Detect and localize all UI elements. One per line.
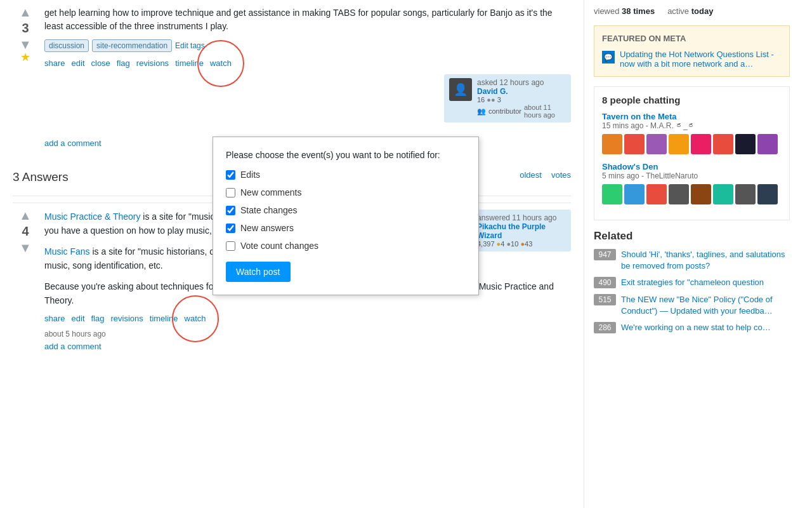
label-edits: Edits	[240, 170, 260, 180]
chat-avatar	[624, 134, 645, 154]
answer-edit-link[interactable]: edit	[72, 314, 85, 323]
chat-room-info-2: 5 mins ago - TheLittleNaruto	[602, 171, 782, 180]
timeline-link[interactable]: timeline	[175, 58, 204, 68]
question-text: get help learning how to improve techniq…	[44, 6, 571, 33]
question-user-name[interactable]: David G.	[477, 87, 566, 96]
answer-user-name[interactable]: Pikachu the Purple Wizard	[477, 222, 566, 240]
checkbox-edits[interactable]	[226, 170, 235, 180]
related-count-4: 286	[594, 322, 616, 333]
tag-discussion[interactable]: discussion	[44, 39, 89, 52]
checkbox-new-comments[interactable]	[226, 188, 235, 197]
active-value: today	[691, 6, 714, 16]
chat-room-name-2[interactable]: Shadow's Den	[602, 162, 782, 171]
answered-time: answered 11 hours ago	[477, 213, 566, 222]
featured-item: 💬 Updating the Hot Network Questions Lis…	[602, 50, 782, 69]
chat-room-tavern: Tavern on the Meta 15 mins ago - M.A.R. …	[602, 112, 782, 154]
modal-option-vote-count: Vote count changes	[226, 241, 466, 251]
chat-section: 8 people chatting Tavern on the Meta 15 …	[594, 86, 790, 220]
modal-option-new-comments: New comments	[226, 187, 466, 197]
featured-meta-box: FEATURED ON META 💬 Updating the Hot Netw…	[594, 25, 790, 77]
chat-avatar	[757, 134, 778, 154]
answer-share-link[interactable]: share	[44, 314, 65, 323]
downvote-button[interactable]: ▼	[16, 39, 35, 50]
music-fans-link[interactable]: Music Fans	[44, 246, 90, 257]
chat-avatar	[691, 184, 711, 204]
chat-avatar	[602, 134, 622, 154]
chat-room-shadow: Shadow's Den 5 mins ago - TheLittleNarut…	[602, 162, 782, 204]
label-vote-count: Vote count changes	[240, 241, 318, 251]
modal-option-edits: Edits	[226, 170, 466, 180]
chat-avatar	[735, 134, 756, 154]
add-comment-answer[interactable]: add a comment	[44, 338, 571, 354]
chat-avatar	[602, 184, 622, 204]
answer-watch-link[interactable]: watch	[185, 314, 206, 323]
sidebar-stats: viewed 38 times active today	[594, 6, 790, 16]
question-user-rep: 16 ●● 3	[477, 96, 566, 104]
chat-avatar	[735, 184, 756, 204]
chat-avatar	[713, 184, 733, 204]
checkbox-vote-count[interactable]	[226, 241, 235, 251]
checkbox-state-changes[interactable]	[226, 206, 235, 215]
chat-room-info-1: 15 mins ago - M.A.R. ಠ_ಠ	[602, 121, 782, 130]
related-item-3: 515 The NEW new "Be Nice" Policy ("Code …	[594, 294, 790, 317]
question-actions: share edit close flag revisions timeline…	[44, 58, 571, 68]
related-item-4: 286 We're working on a new stat to help …	[594, 322, 790, 333]
related-item-2: 490 Exit strategies for "chameleon quest…	[594, 277, 790, 288]
sort-oldest[interactable]: oldest	[520, 170, 542, 180]
answer-user-activity: about 5 hours ago	[44, 330, 571, 338]
upvote-button[interactable]: ▲	[16, 6, 35, 18]
revisions-link[interactable]: revisions	[136, 58, 169, 68]
watch-link[interactable]: watch	[210, 58, 232, 68]
edit-link[interactable]: edit	[72, 58, 85, 68]
chat-room-name-1[interactable]: Tavern on the Meta	[602, 112, 782, 121]
chat-avatar	[624, 184, 645, 204]
share-link[interactable]: share	[44, 58, 65, 68]
question-user-avatar: 👤	[449, 78, 472, 101]
modal-option-state-changes: State changes	[226, 205, 466, 215]
music-practice-link[interactable]: Music Practice & Theory	[44, 211, 140, 222]
label-new-answers: New answers	[240, 223, 294, 233]
related-link-1[interactable]: Should 'Hi', 'thanks', taglines, and sal…	[621, 249, 790, 272]
answer-user-rep: 4,397 ●4 ●10 ●43	[477, 240, 566, 248]
answer-vote-count: 4	[22, 224, 29, 239]
label-new-comments: New comments	[240, 187, 301, 197]
sort-votes[interactable]: votes	[551, 170, 571, 180]
related-link-2[interactable]: Exit strategies for "chameleon question	[621, 277, 764, 288]
label-state-changes: State changes	[240, 205, 298, 215]
modal-option-new-answers: New answers	[226, 223, 466, 233]
answers-header: 3 Answers	[13, 170, 69, 189]
answer-downvote-button[interactable]: ▼	[16, 242, 35, 253]
chat-avatar	[713, 134, 733, 154]
close-link[interactable]: close	[91, 58, 110, 68]
favorite-button[interactable]: ★	[20, 50, 30, 64]
chat-avatar	[757, 184, 778, 204]
viewed-label: viewed	[594, 6, 619, 16]
meta-icon: 💬	[602, 51, 615, 64]
answer-revisions-link[interactable]: revisions	[110, 314, 143, 323]
chat-title: 8 people chatting	[602, 95, 782, 105]
related-section: Related 947 Should 'Hi', 'thanks', tagli…	[594, 230, 790, 333]
answer-upvote-button[interactable]: ▲	[16, 210, 35, 221]
answer-flag-link[interactable]: flag	[91, 314, 105, 323]
answer-actions: share edit flag revisions timeline watch	[44, 314, 571, 323]
viewed-value: 38 times	[622, 6, 655, 16]
related-count-3: 515	[594, 294, 616, 305]
chat-avatar	[646, 134, 667, 154]
related-link-3[interactable]: The NEW new "Be Nice" Policy ("Code of C…	[621, 294, 790, 317]
contributor-badge: 👥 contributor about 11 hours ago	[477, 104, 566, 119]
checkbox-new-answers[interactable]	[226, 224, 235, 233]
question-vote-count: 3	[22, 21, 29, 36]
watch-post-button[interactable]: Watch post	[226, 262, 291, 282]
tags-row: discussion site-recommendation Edit tags	[44, 39, 571, 52]
answer-timeline-link[interactable]: timeline	[150, 314, 178, 323]
tag-site-recommendation[interactable]: site-recommendation	[92, 39, 172, 52]
chat-avatars-2	[602, 184, 782, 204]
chat-avatar	[669, 134, 689, 154]
modal-title: Please choose the event(s) you want to b…	[226, 150, 466, 160]
edit-tags-link[interactable]: Edit tags	[175, 41, 205, 50]
featured-link[interactable]: Updating the Hot Network Questions List …	[620, 50, 782, 69]
flag-link[interactable]: flag	[117, 58, 130, 68]
related-count-1: 947	[594, 249, 616, 260]
chat-avatar	[669, 184, 689, 204]
related-link-4[interactable]: We're working on a new stat to help co…	[621, 322, 771, 333]
